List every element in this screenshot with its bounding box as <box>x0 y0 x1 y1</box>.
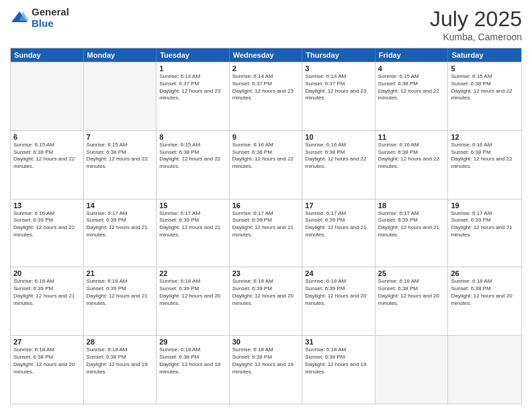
header: General Blue July 2025 Kumba, Cameroon <box>10 7 522 42</box>
day-number: 1 <box>159 64 226 73</box>
calendar: SundayMondayTuesdayWednesdayThursdayFrid… <box>10 48 522 404</box>
day-number: 24 <box>305 269 372 277</box>
calendar-cell: 29Sunrise: 6:18 AM Sunset: 6:38 PM Dayli… <box>157 336 230 404</box>
calendar-row: 13Sunrise: 6:16 AM Sunset: 6:39 PM Dayli… <box>11 199 521 267</box>
calendar-cell: 17Sunrise: 6:17 AM Sunset: 6:39 PM Dayli… <box>302 199 375 267</box>
day-info: Sunrise: 6:17 AM Sunset: 6:39 PM Dayligh… <box>305 210 372 239</box>
weekday-header: Tuesday <box>157 48 230 62</box>
day-number: 25 <box>378 269 445 277</box>
day-info: Sunrise: 6:18 AM Sunset: 6:39 PM Dayligh… <box>232 278 300 307</box>
day-info: Sunrise: 6:16 AM Sunset: 6:38 PM Dayligh… <box>451 142 519 171</box>
day-number: 8 <box>159 133 226 141</box>
day-number: 17 <box>305 201 372 210</box>
day-info: Sunrise: 6:18 AM Sunset: 6:38 PM Dayligh… <box>13 347 81 375</box>
location-title: Kumba, Cameroon <box>430 32 522 42</box>
day-number: 11 <box>378 133 445 141</box>
calendar-cell <box>375 336 449 404</box>
day-number: 5 <box>451 64 519 73</box>
day-info: Sunrise: 6:15 AM Sunset: 6:38 PM Dayligh… <box>159 142 226 171</box>
calendar-cell: 18Sunrise: 6:17 AM Sunset: 6:39 PM Dayli… <box>375 199 449 267</box>
day-number: 6 <box>13 133 81 141</box>
day-info: Sunrise: 6:18 AM Sunset: 6:39 PM Dayligh… <box>305 278 372 307</box>
calendar-cell: 19Sunrise: 6:17 AM Sunset: 6:39 PM Dayli… <box>448 199 521 267</box>
calendar-cell: 22Sunrise: 6:18 AM Sunset: 6:39 PM Dayli… <box>157 267 230 335</box>
page: General Blue July 2025 Kumba, Cameroon S… <box>0 0 532 411</box>
calendar-cell: 1Sunrise: 6:14 AM Sunset: 6:37 PM Daylig… <box>157 62 230 130</box>
day-info: Sunrise: 6:14 AM Sunset: 6:37 PM Dayligh… <box>232 73 300 102</box>
calendar-cell: 23Sunrise: 6:18 AM Sunset: 6:39 PM Dayli… <box>230 267 303 335</box>
day-info: Sunrise: 6:17 AM Sunset: 6:39 PM Dayligh… <box>378 210 445 239</box>
day-number: 10 <box>305 133 372 141</box>
title-block: July 2025 Kumba, Cameroon <box>430 7 522 42</box>
day-info: Sunrise: 6:17 AM Sunset: 6:39 PM Dayligh… <box>159 210 226 239</box>
calendar-body: 1Sunrise: 6:14 AM Sunset: 6:37 PM Daylig… <box>11 62 521 404</box>
day-number: 13 <box>13 201 81 210</box>
calendar-cell: 26Sunrise: 6:18 AM Sunset: 6:38 PM Dayli… <box>448 267 521 335</box>
day-info: Sunrise: 6:18 AM Sunset: 6:38 PM Dayligh… <box>378 278 445 307</box>
day-info: Sunrise: 6:18 AM Sunset: 6:39 PM Dayligh… <box>87 278 154 307</box>
logo: General Blue <box>10 7 69 29</box>
day-info: Sunrise: 6:17 AM Sunset: 6:39 PM Dayligh… <box>451 210 519 239</box>
calendar-cell: 21Sunrise: 6:18 AM Sunset: 6:39 PM Dayli… <box>84 267 157 335</box>
day-info: Sunrise: 6:17 AM Sunset: 6:39 PM Dayligh… <box>87 210 154 239</box>
day-number: 22 <box>159 269 226 277</box>
calendar-cell: 25Sunrise: 6:18 AM Sunset: 6:38 PM Dayli… <box>375 267 449 335</box>
calendar-cell: 4Sunrise: 6:15 AM Sunset: 6:38 PM Daylig… <box>375 62 449 130</box>
day-info: Sunrise: 6:14 AM Sunset: 6:37 PM Dayligh… <box>159 73 226 102</box>
calendar-cell: 13Sunrise: 6:16 AM Sunset: 6:39 PM Dayli… <box>11 199 84 267</box>
day-info: Sunrise: 6:16 AM Sunset: 6:38 PM Dayligh… <box>232 142 300 171</box>
weekday-header: Monday <box>84 48 157 62</box>
logo-blue: Blue <box>32 18 69 30</box>
logo-general: General <box>32 7 69 18</box>
day-info: Sunrise: 6:18 AM Sunset: 6:39 PM Dayligh… <box>13 278 81 307</box>
calendar-cell: 3Sunrise: 6:14 AM Sunset: 6:37 PM Daylig… <box>302 62 375 130</box>
logo-icon <box>10 9 29 28</box>
calendar-cell: 5Sunrise: 6:15 AM Sunset: 6:38 PM Daylig… <box>448 62 521 130</box>
day-number: 26 <box>451 269 519 277</box>
day-info: Sunrise: 6:15 AM Sunset: 6:38 PM Dayligh… <box>87 142 154 171</box>
day-info: Sunrise: 6:18 AM Sunset: 6:38 PM Dayligh… <box>87 347 154 375</box>
day-number: 7 <box>87 133 154 141</box>
day-info: Sunrise: 6:15 AM Sunset: 6:38 PM Dayligh… <box>378 73 445 102</box>
weekday-header: Friday <box>375 48 449 62</box>
day-number: 20 <box>13 269 81 277</box>
day-number: 12 <box>451 133 519 141</box>
calendar-row: 20Sunrise: 6:18 AM Sunset: 6:39 PM Dayli… <box>11 267 521 335</box>
day-number: 9 <box>232 133 300 141</box>
calendar-cell: 15Sunrise: 6:17 AM Sunset: 6:39 PM Dayli… <box>157 199 230 267</box>
calendar-cell: 6Sunrise: 6:15 AM Sunset: 6:38 PM Daylig… <box>11 131 84 199</box>
day-info: Sunrise: 6:18 AM Sunset: 6:38 PM Dayligh… <box>451 278 519 307</box>
calendar-cell: 11Sunrise: 6:16 AM Sunset: 6:38 PM Dayli… <box>375 131 449 199</box>
calendar-cell: 14Sunrise: 6:17 AM Sunset: 6:39 PM Dayli… <box>84 199 157 267</box>
day-number: 29 <box>159 338 226 346</box>
calendar-cell <box>448 336 521 404</box>
day-info: Sunrise: 6:18 AM Sunset: 6:38 PM Dayligh… <box>159 347 226 375</box>
weekday-header: Sunday <box>11 48 84 62</box>
day-info: Sunrise: 6:17 AM Sunset: 6:39 PM Dayligh… <box>232 210 300 239</box>
day-info: Sunrise: 6:18 AM Sunset: 6:39 PM Dayligh… <box>159 278 226 307</box>
calendar-cell <box>84 62 157 130</box>
calendar-cell: 30Sunrise: 6:18 AM Sunset: 6:38 PM Dayli… <box>230 336 303 404</box>
day-number: 4 <box>378 64 445 73</box>
weekday-header: Saturday <box>448 48 521 62</box>
day-number: 21 <box>87 269 154 277</box>
calendar-cell: 27Sunrise: 6:18 AM Sunset: 6:38 PM Dayli… <box>11 336 84 404</box>
calendar-cell: 28Sunrise: 6:18 AM Sunset: 6:38 PM Dayli… <box>84 336 157 404</box>
day-number: 28 <box>87 338 154 346</box>
weekday-header: Thursday <box>302 48 375 62</box>
calendar-row: 6Sunrise: 6:15 AM Sunset: 6:38 PM Daylig… <box>11 130 521 199</box>
calendar-cell: 16Sunrise: 6:17 AM Sunset: 6:39 PM Dayli… <box>230 199 303 267</box>
calendar-cell: 9Sunrise: 6:16 AM Sunset: 6:38 PM Daylig… <box>230 131 303 199</box>
calendar-cell: 12Sunrise: 6:16 AM Sunset: 6:38 PM Dayli… <box>448 131 521 199</box>
day-info: Sunrise: 6:16 AM Sunset: 6:38 PM Dayligh… <box>378 142 445 171</box>
day-info: Sunrise: 6:14 AM Sunset: 6:37 PM Dayligh… <box>305 73 372 102</box>
day-number: 27 <box>13 338 81 346</box>
day-info: Sunrise: 6:15 AM Sunset: 6:38 PM Dayligh… <box>451 73 519 102</box>
day-number: 3 <box>305 64 372 73</box>
day-info: Sunrise: 6:18 AM Sunset: 6:38 PM Dayligh… <box>232 347 300 375</box>
day-number: 23 <box>232 269 300 277</box>
calendar-header: SundayMondayTuesdayWednesdayThursdayFrid… <box>11 48 521 62</box>
day-info: Sunrise: 6:16 AM Sunset: 6:39 PM Dayligh… <box>13 210 81 239</box>
calendar-row: 27Sunrise: 6:18 AM Sunset: 6:38 PM Dayli… <box>11 335 521 404</box>
calendar-cell: 7Sunrise: 6:15 AM Sunset: 6:38 PM Daylig… <box>84 131 157 199</box>
